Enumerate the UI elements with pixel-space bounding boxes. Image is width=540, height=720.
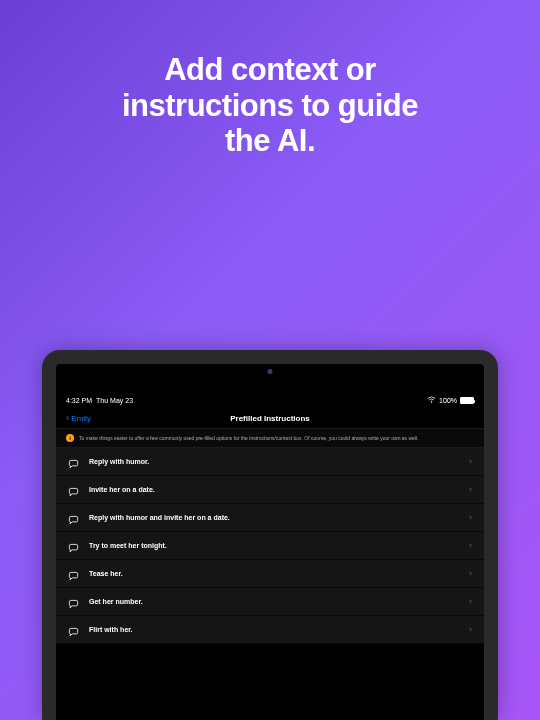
hero-line-3: the AI. — [225, 123, 315, 158]
status-time: 4:32 PM — [66, 397, 92, 404]
status-right: 100% — [427, 396, 474, 404]
info-icon: i — [66, 434, 74, 442]
instruction-item[interactable]: Invite her on a date. › — [56, 476, 484, 504]
chat-bubble-icon — [68, 540, 79, 551]
instruction-label: Tease her. — [89, 570, 469, 577]
instruction-label: Invite her on a date. — [89, 486, 469, 493]
back-label: Emily — [71, 414, 91, 423]
nav-bar: ‹ Emily Prefilled Instructions — [56, 408, 484, 429]
status-date: Thu May 23 — [96, 397, 133, 404]
instruction-item[interactable]: Reply with humor. › — [56, 448, 484, 476]
hero-line-1: Add context or — [164, 52, 376, 87]
page-title: Prefilled Instructions — [230, 414, 310, 423]
tablet-screen: 4:32 PM Thu May 23 100% ‹ Emily Prefille… — [56, 364, 484, 720]
hero-heading: Add context or instructions to guide the… — [0, 0, 540, 159]
info-banner: i To make things easier to offer a few c… — [56, 429, 484, 448]
chevron-right-icon: › — [469, 457, 472, 466]
instruction-label: Get her number. — [89, 598, 469, 605]
instruction-item[interactable]: Reply with humor and invite her on a dat… — [56, 504, 484, 532]
chevron-right-icon: › — [469, 513, 472, 522]
instruction-label: Flirt with her. — [89, 626, 469, 633]
chat-bubble-icon — [68, 456, 79, 467]
chevron-right-icon: › — [469, 625, 472, 634]
instruction-label: Reply with humor. — [89, 458, 469, 465]
back-button[interactable]: ‹ Emily — [66, 413, 91, 423]
hero-line-2: instructions to guide — [122, 88, 418, 123]
svg-point-0 — [431, 402, 432, 403]
chat-bubble-icon — [68, 484, 79, 495]
chevron-right-icon: › — [469, 485, 472, 494]
wifi-icon — [427, 396, 436, 404]
chat-bubble-icon — [68, 512, 79, 523]
status-battery-pct: 100% — [439, 397, 457, 404]
tablet-camera — [268, 369, 273, 374]
instruction-item[interactable]: Try to meet her tonight. › — [56, 532, 484, 560]
screen-content: 4:32 PM Thu May 23 100% ‹ Emily Prefille… — [56, 392, 484, 720]
instructions-list: Reply with humor. › Invite her on a date… — [56, 448, 484, 644]
battery-icon — [460, 397, 474, 404]
instruction-item[interactable]: Get her number. › — [56, 588, 484, 616]
chevron-right-icon: › — [469, 569, 472, 578]
chat-bubble-icon — [68, 596, 79, 607]
status-bar: 4:32 PM Thu May 23 100% — [56, 392, 484, 408]
status-left: 4:32 PM Thu May 23 — [66, 397, 133, 404]
chevron-left-icon: ‹ — [66, 413, 69, 423]
chat-bubble-icon — [68, 624, 79, 635]
chevron-right-icon: › — [469, 541, 472, 550]
chat-bubble-icon — [68, 568, 79, 579]
tablet-frame: 4:32 PM Thu May 23 100% ‹ Emily Prefille… — [42, 350, 498, 720]
instruction-label: Try to meet her tonight. — [89, 542, 469, 549]
instruction-label: Reply with humor and invite her on a dat… — [89, 514, 469, 521]
chevron-right-icon: › — [469, 597, 472, 606]
info-text: To make things easier to offer a few com… — [79, 435, 419, 442]
instruction-item[interactable]: Flirt with her. › — [56, 616, 484, 644]
instruction-item[interactable]: Tease her. › — [56, 560, 484, 588]
